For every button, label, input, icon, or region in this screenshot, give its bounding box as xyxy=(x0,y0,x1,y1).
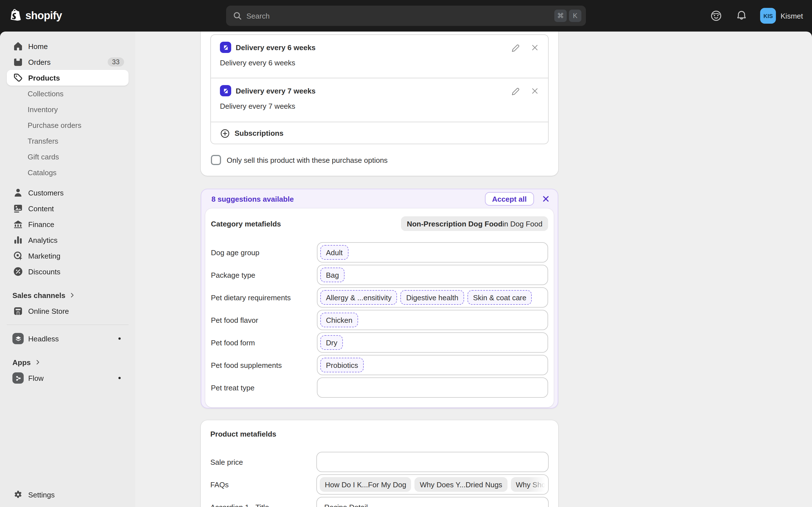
sidebar-header-sales-channels[interactable]: Sales channels xyxy=(7,287,129,303)
metafield-input[interactable]: Dry xyxy=(317,332,548,353)
add-subscriptions-row[interactable]: Subscriptions xyxy=(211,122,548,144)
metafield-label: Package type xyxy=(211,271,317,279)
category-pill[interactable]: Non-Prescription Dog Food in Dog Food xyxy=(401,216,548,231)
sidebar-item-orders[interactable]: Orders33 xyxy=(7,54,129,70)
sidebar-item-label: Flow xyxy=(28,374,44,382)
sidebar-item-analytics[interactable]: Analytics xyxy=(7,232,129,248)
only-sell-checkbox-label: Only sell this product with these purcha… xyxy=(227,156,388,164)
metafield-label: Pet treat type xyxy=(211,383,317,392)
purchase-options-card: Delivery every 6 weeks Delivery every 6 … xyxy=(201,32,558,176)
metafield-input[interactable]: Probiotics xyxy=(317,355,548,375)
metafield-row: Pet food supplementsProbiotics xyxy=(211,355,548,375)
metafield-chip[interactable]: Why Does Y...Dried Nugs xyxy=(415,477,507,492)
user-menu[interactable]: KIS Kismet xyxy=(760,8,803,24)
sidebar-item-label: Headless xyxy=(28,334,59,343)
metafield-input[interactable]: Adult xyxy=(317,242,548,263)
metafield-row: Pet food flavorChicken xyxy=(211,310,548,330)
product-metafields-title: Product metafields xyxy=(210,428,549,439)
sidebar-item-marketing[interactable]: Marketing xyxy=(7,248,129,264)
purchase-option-header: Delivery every 7 weeks xyxy=(220,85,539,96)
metafield-input[interactable]: How Do I K...For My DogWhy Does Y...Drie… xyxy=(316,474,549,495)
sidebar-item-label: Products xyxy=(28,73,60,82)
purchase-option-description: Delivery every 6 weeks xyxy=(220,57,539,68)
metafield-label: Sale price xyxy=(210,458,316,466)
metafield-value: Recipe Detail xyxy=(320,503,368,507)
sidebar-item-products[interactable]: Products xyxy=(7,70,129,86)
sidebar-item-inventory[interactable]: Inventory xyxy=(7,101,129,117)
sidebar: HomeOrders33ProductsCollectionsInventory… xyxy=(0,32,135,507)
suggestions-panel: 8 suggestions available Accept all Categ… xyxy=(201,189,558,408)
only-sell-checkbox[interactable] xyxy=(211,155,221,165)
customers-icon xyxy=(12,187,24,198)
remove-x-icon[interactable] xyxy=(530,43,539,52)
sidebar-item-online-store[interactable]: Online Store xyxy=(7,303,129,319)
sidebar-item-content[interactable]: Content xyxy=(7,201,129,216)
dismiss-suggestions-icon[interactable] xyxy=(542,195,550,203)
metafield-input[interactable]: Chicken xyxy=(317,310,548,330)
analytics-icon xyxy=(12,234,24,245)
metafield-input[interactable]: Bag xyxy=(317,265,548,285)
sidebar-item-customers[interactable]: Customers xyxy=(7,185,129,201)
metafield-input[interactable] xyxy=(316,452,549,472)
sidebar-item-transfers[interactable]: Transfers xyxy=(7,133,129,149)
sidebar-item-flow[interactable]: Flow xyxy=(7,370,129,386)
metafield-chip[interactable]: Bag xyxy=(320,268,345,282)
edit-pencil-icon[interactable] xyxy=(511,86,520,96)
logo-wordmark: shopify xyxy=(26,10,62,22)
product-metafields-card: Product metafields Sale priceFAQsHow Do … xyxy=(201,420,558,507)
user-avatar: KIS xyxy=(760,8,776,24)
shopify-bag-icon xyxy=(9,8,22,23)
metafield-chip[interactable]: Adult xyxy=(320,245,348,260)
sidebar-item-home[interactable]: Home xyxy=(7,38,129,54)
metafield-chip[interactable]: Probiotics xyxy=(320,358,364,372)
metafield-row: Package typeBag xyxy=(211,265,548,285)
notifications-bell-icon[interactable] xyxy=(735,10,748,22)
k-key: K xyxy=(569,10,581,22)
search-input[interactable]: Search ⌘ K xyxy=(226,6,586,26)
metafield-input[interactable]: Recipe Detail xyxy=(316,497,549,507)
shopify-logo[interactable]: shopify xyxy=(9,0,62,32)
purchase-option-row: Delivery every 6 weeks Delivery every 6 … xyxy=(211,35,548,78)
metafield-chip[interactable]: Chicken xyxy=(320,313,358,327)
search-placeholder: Search xyxy=(246,11,552,20)
metafield-chip[interactable]: How Do I K...For My Dog xyxy=(320,477,411,492)
sidebar-item-label: Content xyxy=(28,204,54,213)
sidebar-item-gift-cards[interactable]: Gift cards xyxy=(7,149,129,165)
sidekick-icon[interactable] xyxy=(710,9,723,22)
metafield-label: Pet dietary requirements xyxy=(211,293,317,302)
metafield-chip[interactable]: Dry xyxy=(320,335,343,350)
add-subscriptions-label: Subscriptions xyxy=(235,129,283,137)
sidebar-item-label: Inventory xyxy=(28,105,58,114)
sidebar-item-settings[interactable]: Settings xyxy=(7,487,129,503)
metafield-chip[interactable]: Why Should...W xyxy=(511,477,549,492)
metafield-row: Pet food formDry xyxy=(211,332,548,353)
remove-x-icon[interactable] xyxy=(530,87,539,95)
sidebar-item-catalogs[interactable]: Catalogs xyxy=(7,165,129,180)
purchase-option-actions xyxy=(511,86,539,96)
chevron-right-icon xyxy=(34,359,41,365)
metafield-chip[interactable]: Skin & coat care xyxy=(467,290,532,305)
metafield-chip[interactable]: Allergy & ...ensitivity xyxy=(320,290,397,305)
metafield-input[interactable] xyxy=(317,378,548,398)
flow-icon xyxy=(12,372,24,384)
sidebar-item-finance[interactable]: Finance xyxy=(7,216,129,232)
sidebar-item-headless[interactable]: Headless xyxy=(7,331,129,346)
orders-icon xyxy=(12,56,24,68)
metafield-row: FAQsHow Do I K...For My DogWhy Does Y...… xyxy=(210,474,549,495)
metafield-input[interactable]: Allergy & ...ensitivityDigestive healthS… xyxy=(317,287,548,307)
sidebar-header-apps[interactable]: Apps xyxy=(7,354,129,370)
metafield-label: FAQs xyxy=(210,480,316,489)
sidebar-item-discounts[interactable]: Discounts xyxy=(7,264,129,279)
layers-icon xyxy=(12,333,24,344)
finance-icon xyxy=(12,219,24,230)
sidebar-item-label: Marketing xyxy=(28,251,60,260)
sidebar-item-collections[interactable]: Collections xyxy=(7,86,129,101)
accept-all-button[interactable]: Accept all xyxy=(485,192,534,206)
sidebar-nav: HomeOrders33ProductsCollectionsInventory… xyxy=(0,38,135,386)
metafield-chip[interactable]: Digestive health xyxy=(401,290,464,305)
suggestions-banner: 8 suggestions available Accept all xyxy=(201,189,558,209)
subscription-app-icon xyxy=(220,42,231,53)
status-dot xyxy=(118,337,121,340)
edit-pencil-icon[interactable] xyxy=(511,43,520,52)
sidebar-item-purchase-orders[interactable]: Purchase orders xyxy=(7,117,129,133)
